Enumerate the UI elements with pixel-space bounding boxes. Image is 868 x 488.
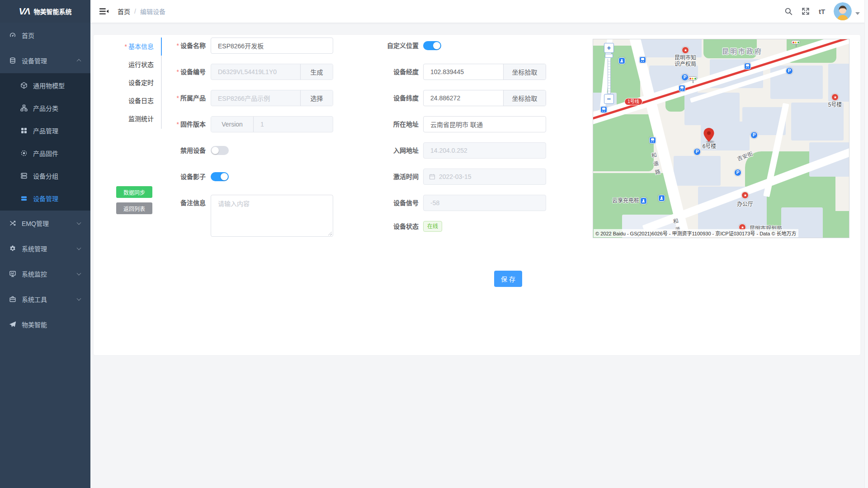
parking-icon[interactable]: P (681, 74, 689, 81)
sidebar: VΛ 物美智能系统 首页 设备管理 通用物模型 产品分类 产品管理 产品固件 设… (0, 0, 90, 488)
device-name-input[interactable] (211, 38, 333, 53)
device-no-label: *设备编号 (147, 64, 206, 80)
breadcrumb-home[interactable]: 首页 (118, 7, 130, 16)
firmware-version-input (254, 117, 333, 132)
active-time-field (423, 169, 546, 185)
font-size-icon[interactable]: tT (816, 6, 827, 17)
sidebar-item-product-management[interactable]: 产品管理 (0, 119, 90, 142)
sidebar-item-thing-model[interactable]: 通用物模型 (0, 74, 90, 97)
pick-longitude-button[interactable]: 坐标拾取 (503, 64, 546, 80)
shuffle-arrows-icon (9, 220, 16, 227)
active-time-label: 激活时间 (360, 169, 419, 185)
parking-letter: P (753, 132, 756, 137)
dashboard-icon (9, 32, 16, 39)
product-field: 选择 (211, 90, 333, 106)
charging-station-icon[interactable] (640, 197, 647, 204)
device-location-pin[interactable] (703, 128, 714, 144)
tabs-active-indicator (161, 38, 162, 56)
toolbox-icon (9, 296, 16, 303)
sidebar-item-device-management[interactable]: 设备管理 (0, 48, 90, 73)
save-button[interactable]: 保 存 (494, 271, 522, 287)
select-product-button[interactable]: 选择 (300, 90, 333, 106)
longitude-field: 坐标拾取 (423, 64, 546, 80)
latitude-field: 坐标拾取 (423, 90, 546, 106)
sidebar-item-product-firmware[interactable]: 产品固件 (0, 142, 90, 164)
poi-marker-building5[interactable] (831, 94, 839, 101)
ip-field (423, 142, 546, 159)
sidebar-item-label: 物美智能 (22, 320, 47, 329)
parking-icon[interactable]: P (786, 67, 793, 75)
longitude-input[interactable] (424, 64, 503, 80)
device-name-label: *设备名称 (147, 38, 206, 54)
zoom-slider-thumb[interactable] (605, 54, 613, 58)
sidebar-item-label: 系统管理 (22, 244, 47, 253)
sidebar-item-system-management[interactable]: 系统管理 (0, 236, 90, 261)
rssi-label: 设备信号 (360, 195, 419, 211)
avatar-caret-down-icon[interactable] (855, 12, 860, 15)
calendar-icon (429, 169, 435, 184)
fullscreen-icon[interactable] (800, 6, 811, 17)
charging-station-icon[interactable] (658, 195, 665, 202)
map-green-area (593, 114, 654, 171)
latitude-input[interactable] (424, 90, 503, 106)
poi-marker-ipo[interactable] (682, 47, 689, 54)
address-field (423, 116, 546, 132)
map-label-charging: 云享充电桩 (612, 197, 639, 204)
grid-icon (20, 127, 28, 134)
required-mark: * (177, 121, 179, 128)
poi-marker-office[interactable] (741, 192, 749, 199)
sidebar-item-wumei-smart[interactable]: 物美智能 (0, 312, 90, 337)
firmware-label: *固件版本 (147, 116, 206, 132)
search-icon[interactable] (783, 6, 794, 17)
chevron-down-icon (77, 271, 81, 276)
edit-device-card: *基本信息 运行状态 设备定时 设备日志 监测统计 数据同步 返回列表 *设备名… (94, 35, 860, 355)
bus-station-icon[interactable] (600, 106, 607, 113)
metro-station-icon[interactable] (744, 63, 751, 70)
sidebar-item-device-group[interactable]: 设备分组 (0, 164, 90, 187)
sidebar-item-system-tools[interactable]: 系统工具 (0, 286, 90, 312)
map-label-building5: 5号楼 (828, 102, 842, 108)
zoom-in-button[interactable]: + (604, 43, 614, 53)
avatar[interactable] (834, 2, 852, 20)
metro-station-icon[interactable] (679, 85, 685, 92)
sidebar-item-emq[interactable]: EMQ管理 (0, 211, 90, 236)
sidebar-item-label: 设备管理 (22, 56, 47, 65)
zoom-out-button[interactable]: − (604, 94, 614, 104)
parking-icon[interactable]: P (750, 131, 758, 139)
rssi-field (423, 195, 546, 211)
page-scrollbar[interactable] (864, 0, 868, 488)
pick-latitude-button[interactable]: 坐标拾取 (503, 90, 546, 106)
sidebar-collapse-icon[interactable] (99, 7, 108, 16)
sidebar-item-system-monitor[interactable]: 系统监控 (0, 261, 90, 286)
app-logo[interactable]: VΛ 物美智能系统 (0, 0, 90, 23)
remark-textarea[interactable] (211, 195, 333, 236)
sidebar-item-product-category[interactable]: 产品分类 (0, 97, 90, 119)
parking-icon[interactable]: P (734, 169, 741, 176)
charging-station-icon[interactable] (618, 57, 625, 64)
device-shadow-toggle[interactable] (211, 172, 229, 181)
chevron-down-icon (77, 246, 81, 250)
custom-location-toggle[interactable] (423, 41, 441, 50)
zoom-slider-track[interactable] (608, 59, 611, 94)
top-navbar: 首页 / 编辑设备 tT (90, 0, 868, 23)
map-label-city-gov: 昆明市政府 (722, 48, 763, 55)
generate-button[interactable]: 生成 (300, 64, 333, 80)
parking-letter: P (788, 68, 791, 73)
address-input[interactable] (424, 117, 546, 132)
sidebar-item-label: 产品管理 (33, 126, 58, 135)
map-copyright: © 2022 Baidu - GS(2021)6026号 - 甲测资字11009… (594, 229, 798, 237)
disable-device-toggle[interactable] (211, 146, 229, 155)
baidu-map[interactable]: 1号线 P P P P P 昆明市政府 昆明市知识产权局 5号楼 6号楼 吉安街… (593, 39, 849, 238)
bus-station-icon[interactable] (649, 137, 656, 144)
sidebar-item-home[interactable]: 首页 (0, 23, 90, 48)
breadcrumb-current: 编辑设备 (140, 7, 165, 16)
chevron-up-icon (77, 59, 81, 63)
map-building (791, 103, 844, 141)
map-label-ipo: 昆明市知识产权局 (675, 55, 696, 67)
parking-icon[interactable]: P (693, 148, 701, 155)
device-no-input (211, 64, 300, 80)
status-badge: 在线 (423, 221, 442, 232)
monitor-icon (9, 270, 16, 277)
bus-station-icon[interactable] (639, 56, 646, 63)
sidebar-item-device-list-active[interactable]: 设备管理 (0, 187, 90, 210)
